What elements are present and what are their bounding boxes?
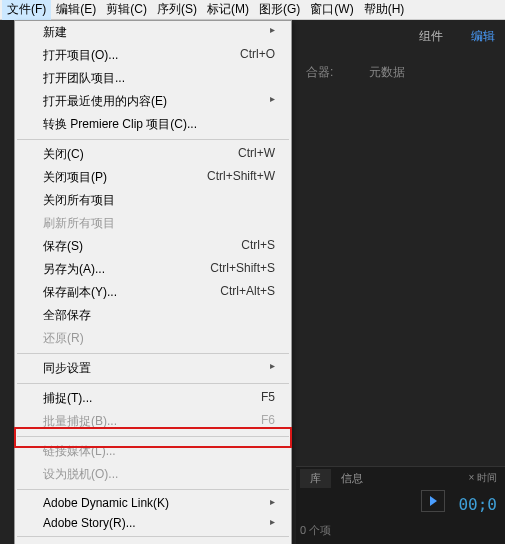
bottom-tabs: 库信息× 时间 — [296, 467, 505, 489]
menu-item-label: 保存(S) — [43, 238, 221, 255]
menu-item-label: 另存为(A)... — [43, 261, 190, 278]
menu-item[interactable]: 新建 — [15, 21, 291, 44]
menubar-item[interactable]: 帮助(H) — [359, 0, 410, 20]
menu-item[interactable]: Adobe Dynamic Link(K) — [15, 493, 291, 513]
menu-item[interactable]: 保存(S)Ctrl+S — [15, 235, 291, 258]
menu-item: 设为脱机(O)... — [15, 463, 291, 486]
menu-item-label: 捕捉(T)... — [43, 390, 241, 407]
bottom-tab[interactable]: 库 — [300, 469, 331, 488]
menu-separator — [17, 489, 289, 490]
menu-item-shortcut: Ctrl+Alt+S — [220, 284, 275, 301]
panel-sublabel: 合器: — [306, 64, 333, 81]
menu-item-label: 全部保存 — [43, 307, 275, 324]
panel-sublabels: 合器:元数据 — [306, 64, 405, 81]
menu-item[interactable]: 保存副本(Y)...Ctrl+Alt+S — [15, 281, 291, 304]
menu-item-label: 设为脱机(O)... — [43, 466, 275, 483]
file-menu: 新建打开项目(O)...Ctrl+O打开团队项目...打开最近使用的内容(E)转… — [14, 20, 292, 544]
menu-item[interactable]: 捕捉(T)...F5 — [15, 387, 291, 410]
menu-item[interactable]: 打开最近使用的内容(E) — [15, 90, 291, 113]
panel-tabs: 组件编辑 — [417, 24, 497, 49]
menu-separator — [17, 536, 289, 537]
menu-item-label: Adobe Story(R)... — [43, 516, 270, 530]
menubar-item[interactable]: 标记(M) — [202, 0, 254, 20]
menu-item-shortcut: Ctrl+S — [241, 238, 275, 255]
panel-tab[interactable]: 组件 — [417, 24, 445, 49]
menu-item-label: 批量捕捉(B)... — [43, 413, 241, 430]
menu-separator — [17, 353, 289, 354]
menu-item-label: 打开最近使用的内容(E) — [43, 93, 270, 110]
menu-bar: 文件(F)编辑(E)剪辑(C)序列(S)标记(M)图形(G)窗口(W)帮助(H) — [0, 0, 505, 20]
menu-item-label: 关闭(C) — [43, 146, 218, 163]
menu-item-shortcut: Ctrl+W — [238, 146, 275, 163]
menu-item-label: 还原(R) — [43, 330, 275, 347]
play-icon — [430, 496, 437, 506]
panel-tab[interactable]: 编辑 — [469, 24, 497, 49]
menu-item-label: 刷新所有项目 — [43, 215, 275, 232]
menubar-item[interactable]: 序列(S) — [152, 0, 202, 20]
bottom-tab[interactable]: 信息 — [333, 469, 371, 488]
time-label: × 时间 — [468, 471, 505, 485]
menubar-item[interactable]: 剪辑(C) — [101, 0, 152, 20]
menubar-item[interactable]: 图形(G) — [254, 0, 305, 20]
menu-separator — [17, 436, 289, 437]
menu-item-label: 同步设置 — [43, 360, 270, 377]
menu-item: 还原(R) — [15, 327, 291, 350]
menu-item[interactable]: 打开团队项目... — [15, 67, 291, 90]
menu-item-shortcut: F6 — [261, 413, 275, 430]
menu-item[interactable]: 打开项目(O)...Ctrl+O — [15, 44, 291, 67]
menu-item-label: 新建 — [43, 24, 270, 41]
menu-item[interactable]: 另存为(A)...Ctrl+Shift+S — [15, 258, 291, 281]
menu-item[interactable]: 关闭所有项目 — [15, 189, 291, 212]
menu-separator — [17, 383, 289, 384]
menu-item[interactable]: Adobe Story(R)... — [15, 513, 291, 533]
menu-item[interactable]: 全部保存 — [15, 304, 291, 327]
menu-item-label: 转换 Premiere Clip 项目(C)... — [43, 116, 275, 133]
panel-sublabel: 元数据 — [369, 64, 405, 81]
menu-item-label: 保存副本(Y)... — [43, 284, 200, 301]
timeline-area: 库信息× 时间 00;0 0 个项 — [296, 466, 505, 544]
menu-item[interactable]: 转换 Premiere Clip 项目(C)... — [15, 113, 291, 136]
menu-item[interactable]: 同步设置 — [15, 357, 291, 380]
menu-item[interactable]: 关闭项目(P)Ctrl+Shift+W — [15, 166, 291, 189]
menu-item: 链接媒体(L)... — [15, 440, 291, 463]
menu-item-label: 关闭项目(P) — [43, 169, 187, 186]
play-button[interactable] — [421, 490, 445, 512]
menubar-item[interactable]: 窗口(W) — [305, 0, 358, 20]
menu-item[interactable]: 关闭(C)Ctrl+W — [15, 143, 291, 166]
timecode: 00;0 — [458, 495, 497, 514]
menu-item-shortcut: F5 — [261, 390, 275, 407]
menu-item: 批量捕捉(B)...F6 — [15, 410, 291, 433]
menubar-item[interactable]: 文件(F) — [2, 0, 51, 20]
menu-item-label: 打开项目(O)... — [43, 47, 220, 64]
menu-item-label: 关闭所有项目 — [43, 192, 275, 209]
menu-item-label: 链接媒体(L)... — [43, 443, 275, 460]
item-count: 0 个项 — [300, 523, 331, 538]
menu-item-shortcut: Ctrl+Shift+S — [210, 261, 275, 278]
bottom-controls: 0 个项 — [300, 523, 331, 538]
menubar-item[interactable]: 编辑(E) — [51, 0, 101, 20]
menu-item-label: Adobe Dynamic Link(K) — [43, 496, 270, 510]
menu-separator — [17, 139, 289, 140]
menu-item-shortcut: Ctrl+O — [240, 47, 275, 64]
menu-item: 刷新所有项目 — [15, 212, 291, 235]
menu-item: 从媒体浏览器导入(M)Ctrl+Alt+I — [15, 540, 291, 544]
menu-item-label: 打开团队项目... — [43, 70, 275, 87]
menu-item-shortcut: Ctrl+Shift+W — [207, 169, 275, 186]
